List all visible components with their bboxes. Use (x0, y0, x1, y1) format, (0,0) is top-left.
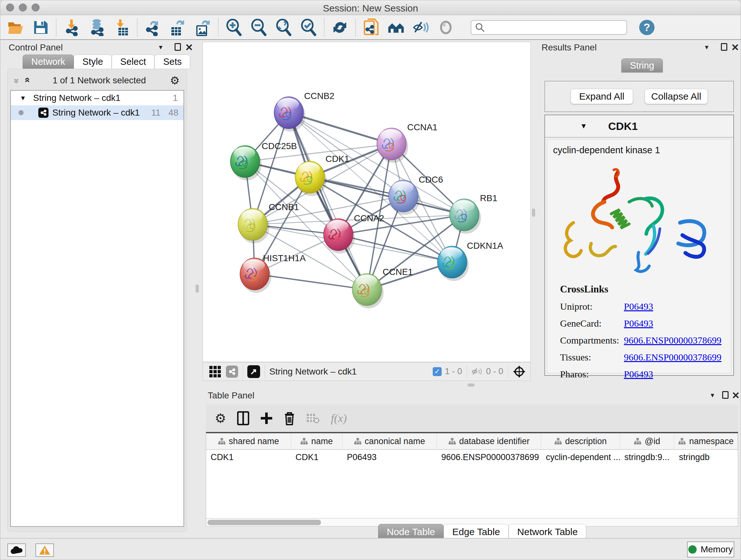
network-options-gear-icon[interactable]: ⚙ (170, 74, 180, 87)
tab-node-table[interactable]: Node Table (378, 524, 444, 539)
preview-icon[interactable] (437, 19, 454, 36)
network-node-rb1[interactable] (450, 199, 481, 234)
network-node-cdkn1a[interactable] (437, 246, 469, 281)
network-node-hist1h1a[interactable] (240, 258, 271, 293)
expand-all-networks-icon[interactable]: » (21, 78, 32, 83)
add-column-icon[interactable] (260, 412, 273, 425)
bottom-splitter-handle[interactable] (468, 383, 475, 387)
results-panel-menu-icon[interactable]: ▾ (705, 43, 709, 51)
status-bar: Memory (0, 538, 741, 560)
warnings-button[interactable] (36, 543, 54, 557)
zoom-fit-icon[interactable] (275, 19, 292, 36)
network-view-title: String Network – cdk1 (269, 367, 357, 377)
export-network-icon[interactable] (145, 19, 161, 36)
network-type-icon (38, 108, 49, 118)
results-panel-close-icon[interactable]: ✕ (731, 42, 739, 53)
expand-all-button[interactable]: Expand All (570, 89, 633, 104)
network-status-dot (18, 110, 23, 115)
selected-checkbox-icon[interactable]: ✓ (433, 367, 442, 376)
results-panel-float-icon[interactable] (721, 43, 727, 51)
control-panel-close-icon[interactable]: ✕ (185, 42, 193, 53)
export-table-icon[interactable] (170, 19, 186, 36)
network-overview-icon[interactable] (226, 366, 238, 378)
zoom-in-icon[interactable] (226, 19, 242, 36)
delete-column-icon[interactable] (284, 411, 295, 425)
import-table-icon[interactable] (113, 19, 130, 36)
tab-style[interactable]: Style (74, 55, 111, 69)
tab-edge-table[interactable]: Edge Table (444, 524, 509, 539)
table-toolbar: ⚙ f(x) (206, 405, 738, 432)
column-header-name[interactable]: name (291, 433, 342, 449)
crosslink-link[interactable]: P06493 (624, 301, 653, 312)
zoom-out-icon[interactable] (251, 19, 267, 36)
network-node-cdc25b[interactable] (230, 145, 262, 180)
cloud-status-button[interactable] (7, 543, 26, 557)
open-in-string-icon[interactable] (247, 365, 260, 378)
memory-button[interactable]: Memory (687, 542, 734, 557)
table-panel-close-icon[interactable]: ✕ (732, 390, 740, 401)
column-header-canonical-name[interactable]: canonical name (342, 433, 437, 449)
network-node-ccnb2[interactable] (274, 97, 306, 132)
birdseye-grid-icon[interactable] (209, 366, 221, 377)
collapse-all-networks-icon[interactable]: » (11, 78, 22, 83)
control-panel-float-icon[interactable] (175, 43, 181, 51)
network-node-ccna1[interactable] (377, 128, 408, 163)
hidden-counts: 0 - 0 (486, 367, 503, 376)
hide-show-icon[interactable] (413, 19, 429, 36)
memory-label: Memory (700, 544, 733, 555)
tab-string[interactable]: String (621, 58, 663, 72)
tab-sets[interactable]: Sets (154, 55, 190, 69)
network-node-ccne1[interactable] (352, 273, 384, 308)
export-image-icon[interactable] (194, 19, 211, 36)
delete-table-icon (306, 413, 320, 424)
control-panel-title: Control Panel (9, 43, 63, 53)
crosslink-link[interactable]: P06493 (624, 318, 653, 329)
clone-network-icon[interactable] (363, 19, 380, 36)
help-icon[interactable]: ? (639, 20, 655, 35)
refresh-icon[interactable] (332, 19, 348, 36)
search-input[interactable] (485, 22, 619, 32)
column-header-id[interactable]: @id (620, 433, 675, 449)
network-node-cdk1[interactable] (295, 161, 327, 196)
table-row[interactable]: CDK1CDK1P064939606.ENSP00000378699cyclin… (206, 450, 738, 465)
control-panel-menu-icon[interactable]: ▾ (159, 43, 162, 51)
crosslinks-section: CrossLinks Uniprot:P06493GeneCard:P06493… (560, 284, 722, 380)
gene-collapse-icon[interactable]: ▼ (580, 122, 587, 130)
left-splitter-handle[interactable] (196, 285, 199, 293)
network-node-count: 11 (151, 108, 160, 118)
tab-select[interactable]: Select (112, 55, 155, 69)
tab-network-table[interactable]: Network Table (509, 524, 587, 539)
table-hscrollbar-thumb[interactable] (207, 520, 321, 525)
gene-name: CDK1 (608, 120, 638, 132)
node-label-cdc6: CDC6 (419, 175, 443, 185)
node-label-cdkn1a: CDKN1A (467, 241, 503, 251)
import-network-icon[interactable] (64, 19, 80, 36)
collection-expand-icon[interactable]: ▼ (20, 95, 26, 102)
network-node-cdc6[interactable] (389, 180, 420, 215)
crosslink-link[interactable]: P06493 (624, 369, 653, 380)
column-header-namespace[interactable]: namespace (674, 433, 738, 449)
crosslink-link[interactable]: 9606.ENSP00000378699 (624, 335, 722, 346)
fit-selection-crosshair-icon[interactable] (513, 365, 526, 378)
network-row[interactable]: String Network – cdk1 11 48 (11, 105, 184, 120)
home-icon[interactable] (388, 19, 404, 36)
zoom-selected-icon[interactable] (300, 19, 317, 36)
network-view-toolbar: String Network – cdk1 ✓ 1 - 0 0 - 0 (203, 362, 531, 381)
network-canvas[interactable]: CCNB2CCNA1CDC25BCDK1CDC6RB1CCNB1CCNA2CDK… (203, 42, 531, 362)
table-panel-menu-icon[interactable]: ▾ (711, 391, 714, 399)
table-panel-float-icon[interactable] (722, 391, 729, 399)
open-session-icon[interactable] (7, 19, 24, 36)
show-columns-icon[interactable] (237, 411, 249, 425)
tab-network[interactable]: Network (23, 55, 74, 69)
table-settings-gear-icon[interactable]: ⚙ (215, 411, 226, 426)
collapse-all-button[interactable]: Collapse All (645, 89, 708, 104)
save-session-icon[interactable] (32, 19, 49, 36)
column-header-description[interactable]: description (541, 433, 620, 449)
network-node-ccna2[interactable] (324, 219, 355, 253)
column-header-shared-name[interactable]: shared name (206, 433, 291, 449)
right-splitter-handle[interactable] (532, 208, 535, 217)
network-collection-row[interactable]: ▼ String Network – cdk1 1 (11, 91, 184, 105)
crosslink-link[interactable]: 9606.ENSP00000378699 (624, 352, 722, 363)
import-database-icon[interactable] (88, 19, 105, 36)
column-header-database-identifier[interactable]: database identifier (437, 433, 542, 449)
